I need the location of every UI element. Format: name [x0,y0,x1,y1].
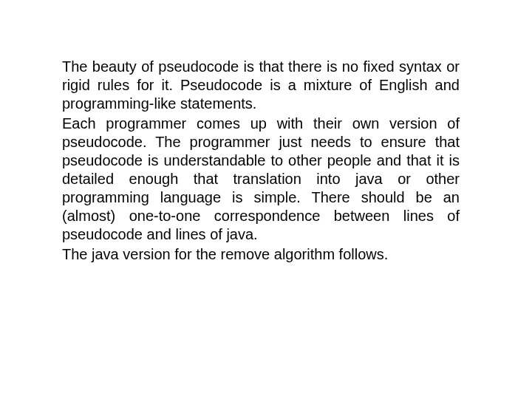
paragraph-3: The java version for the remove algorith… [62,245,460,264]
paragraph-2: Each programmer comes up with their own … [62,115,460,244]
slide-body: The beauty of pseudocode is that there i… [0,0,532,399]
paragraph-1: The beauty of pseudocode is that there i… [62,58,460,113]
